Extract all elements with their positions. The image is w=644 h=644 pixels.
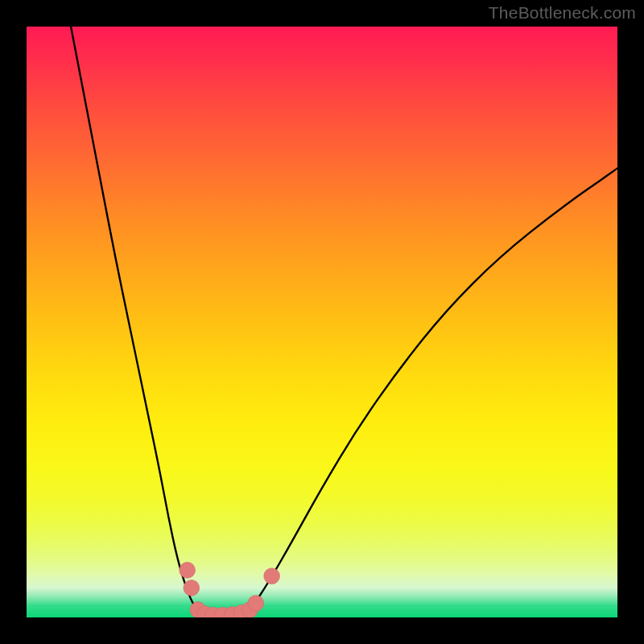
plot-area	[27, 27, 617, 617]
low-point-marker	[248, 595, 264, 611]
low-point-marker	[180, 562, 196, 578]
curve-layer	[27, 27, 617, 617]
low-point-marker	[184, 580, 200, 596]
low-point-marker	[264, 568, 280, 584]
chart-frame: TheBottleneck.com	[0, 0, 644, 644]
watermark-text: TheBottleneck.com	[489, 3, 636, 23]
bottleneck-curve	[71, 27, 617, 616]
